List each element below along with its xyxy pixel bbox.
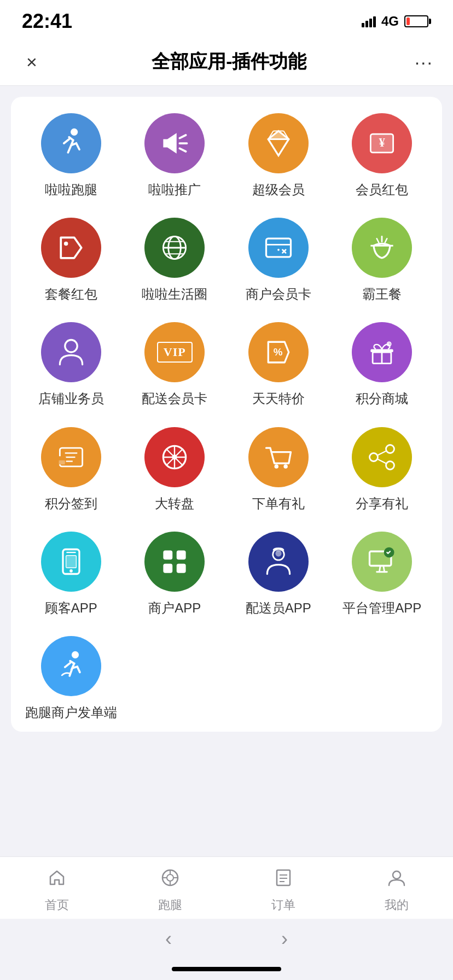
svg-point-21 <box>277 249 280 251</box>
app-item-globe[interactable]: 啦啦生活圈 <box>126 218 224 302</box>
app-icon-checkin <box>41 427 101 487</box>
order-icon <box>274 868 293 892</box>
svg-point-13 <box>64 242 68 246</box>
nav-item-profile[interactable]: 我的 <box>340 868 453 913</box>
signal-icon <box>362 15 376 27</box>
bottom-nav: 首页 跑腿 订单 <box>0 856 453 919</box>
app-icon-person <box>41 322 101 382</box>
apps-grid: 啦啦跑腿 啦啦推广 <box>22 113 431 721</box>
back-button[interactable]: ‹ <box>165 928 172 950</box>
home-icon <box>47 868 67 892</box>
app-label-5: 套餐红包 <box>45 285 97 302</box>
app-label-10: 配送会员卡 <box>142 390 207 407</box>
app-label-17: 顾客APP <box>45 599 97 616</box>
svg-rect-38 <box>59 460 65 464</box>
app-icon-gift: F <box>352 322 412 382</box>
app-label-3: 超级会员 <box>252 181 305 198</box>
svg-text:F: F <box>388 342 391 347</box>
svg-text:¥: ¥ <box>379 136 386 149</box>
run-icon <box>160 868 180 892</box>
app-item-checkin[interactable]: 积分签到 <box>22 427 120 512</box>
status-bar: 22:41 4G <box>0 0 453 38</box>
svg-point-48 <box>370 453 378 461</box>
app-label-2: 啦啦推广 <box>148 181 201 198</box>
svg-line-51 <box>378 459 386 463</box>
app-item-grid[interactable]: 商户APP <box>126 532 224 616</box>
nav-item-run[interactable]: 跑腿 <box>113 868 226 913</box>
svg-point-46 <box>283 464 288 469</box>
app-item-vip[interactable]: VIP 配送会员卡 <box>126 322 224 407</box>
app-item-phone[interactable]: 顾客APP <box>22 532 120 616</box>
battery-icon <box>404 15 431 27</box>
app-item-diamond[interactable]: 超级会员 <box>229 113 328 198</box>
nav-label-run: 跑腿 <box>158 897 182 913</box>
app-item-membercard[interactable]: 商户会员卡 <box>229 218 328 302</box>
vip-text: VIP <box>157 342 193 363</box>
app-icon-percent: % <box>248 322 309 382</box>
app-icon-megaphone <box>144 113 205 173</box>
app-item-runner[interactable]: 啦啦跑腿 <box>22 113 120 198</box>
app-item-cart[interactable]: 下单有礼 <box>229 427 328 512</box>
app-icon-share <box>352 427 412 487</box>
header: × 全部应用-插件功能 ··· <box>0 38 453 86</box>
svg-point-45 <box>274 464 278 469</box>
apps-card: 啦啦跑腿 啦啦推广 <box>11 97 442 732</box>
svg-rect-19 <box>266 238 291 257</box>
close-button[interactable]: × <box>20 51 44 73</box>
svg-rect-57 <box>177 550 186 559</box>
nav-item-order[interactable]: 订单 <box>226 868 340 913</box>
app-icon-runner <box>41 113 101 173</box>
app-item-monitor[interactable]: 平台管理APP <box>333 532 432 616</box>
app-item-gift[interactable]: F 积分商城 <box>333 322 432 407</box>
nav-item-home[interactable]: 首页 <box>0 868 113 913</box>
svg-point-49 <box>386 461 394 469</box>
svg-rect-56 <box>164 550 173 559</box>
svg-point-68 <box>72 651 79 658</box>
svg-point-70 <box>167 874 173 881</box>
svg-line-50 <box>378 451 386 455</box>
app-item-redpacket[interactable]: ¥ 会员红包 <box>333 113 432 198</box>
app-item-tag[interactable]: 套餐红包 <box>22 218 120 302</box>
app-icon-redpacket: ¥ <box>352 113 412 173</box>
app-icon-globe <box>144 218 205 278</box>
svg-rect-55 <box>66 556 76 568</box>
profile-icon <box>387 868 406 892</box>
app-label-7: 商户会员卡 <box>246 285 311 302</box>
forward-button[interactable]: › <box>281 928 288 950</box>
svg-point-0 <box>71 129 78 136</box>
app-item-hotpot[interactable]: 霸王餐 <box>333 218 432 302</box>
app-label-21: 跑腿商户发单端 <box>25 704 117 721</box>
app-item-spin[interactable]: 大转盘 <box>126 427 224 512</box>
app-label-12: 积分商城 <box>356 390 408 407</box>
app-item-megaphone[interactable]: 啦啦推广 <box>126 113 224 198</box>
svg-rect-59 <box>177 564 186 573</box>
app-label-6: 啦啦生活圈 <box>142 285 207 302</box>
app-icon-hotpot <box>352 218 412 278</box>
app-icon-delivery <box>248 532 309 592</box>
nav-label-profile: 我的 <box>385 897 409 913</box>
svg-line-24 <box>377 238 379 243</box>
app-item-share[interactable]: 分享有礼 <box>333 427 432 512</box>
app-item-percent[interactable]: % 天天特价 <box>229 322 328 407</box>
svg-point-26 <box>65 340 78 353</box>
app-item-person[interactable]: 店铺业务员 <box>22 322 120 407</box>
app-icon-membercard <box>248 218 309 278</box>
app-label-19: 配送员APP <box>246 599 311 616</box>
home-bar <box>172 967 281 971</box>
svg-point-47 <box>386 445 394 453</box>
page-title: 全部应用-插件功能 <box>152 49 306 74</box>
4g-label: 4G <box>381 14 399 29</box>
app-icon-phone <box>41 532 101 592</box>
svg-point-44 <box>172 454 177 459</box>
app-icon-runner2 <box>41 636 101 696</box>
app-item-delivery[interactable]: 配送员APP <box>229 532 328 616</box>
nav-label-order: 订单 <box>271 897 295 913</box>
app-icon-monitor <box>352 532 412 592</box>
app-label-9: 店铺业务员 <box>38 390 104 407</box>
more-button[interactable]: ··· <box>415 51 433 73</box>
main-content: 啦啦跑腿 啦啦推广 <box>0 86 453 856</box>
svg-line-1 <box>180 135 186 138</box>
app-label-4: 会员红包 <box>356 181 408 198</box>
app-item-runner2[interactable]: 跑腿商户发单端 <box>22 636 120 721</box>
home-indicator-area <box>0 961 453 980</box>
